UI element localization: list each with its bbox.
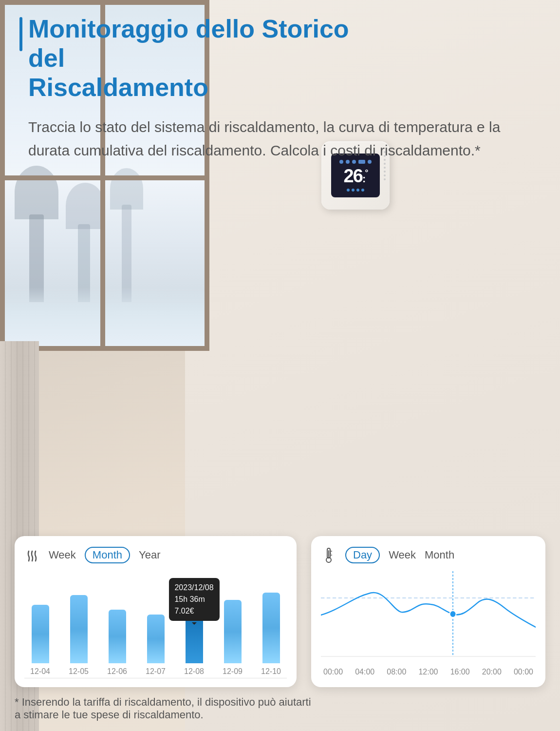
footer-note: * Inserendo la tariffa di riscaldamento,… [15,696,545,721]
bar-group-1210: 12-10 [255,593,287,663]
charts-section: Week Month Year 12-04 12-05 12-06 [15,536,545,687]
bar-label-1210: 12-10 [261,667,281,676]
bar-tab-week[interactable]: Week [49,549,76,561]
title-accent-bar [19,17,22,51]
bar-tooltip: 2023/12/08 15h 36m 7.02€ [168,578,219,621]
bar-label-1207: 12-07 [146,667,166,676]
x-label-1200: 12:00 [418,668,438,676]
bar-label-1209: 12-09 [223,667,243,676]
bar-label-1204: 12-04 [30,667,50,676]
bar-group-1207: 12-07 [140,615,171,663]
bar-chart-card: Week Month Year 12-04 12-05 12-06 [15,536,297,687]
bar-group-1208: 2023/12/08 15h 36m 7.02€ 12-08 [178,583,210,663]
bar-1205 [70,595,88,663]
thermostat-temp-display: 26:° [344,166,368,187]
footer-note-line2: a stimare le tue spese di riscaldamento. [15,709,545,721]
line-chart-tabs: Day Week Month [321,547,536,563]
svg-point-8 [450,611,456,617]
x-label-0400: 04:00 [355,668,374,676]
bar-tab-year[interactable]: Year [139,549,160,561]
bar-label-1205: 12-05 [69,667,89,676]
x-label-2000: 20:00 [482,668,502,676]
bar-1204 [32,605,49,663]
temperature-icon [321,547,336,563]
header-section: Monitoraggio dello Storico del Riscaldam… [19,15,541,162]
line-tab-month[interactable]: Month [425,549,454,561]
bar-group-1209: 12-09 [217,600,248,663]
footer-note-line1: * Inserendo la tariffa di riscaldamento,… [15,696,545,709]
svg-rect-2 [328,550,329,557]
bar-1209 [224,600,242,663]
title-text-block: Monitoraggio dello Storico del Riscaldam… [28,15,369,102]
bar-chart-tabs: Week Month Year [24,547,287,563]
main-title-line2: Riscaldamento [28,73,369,102]
tooltip-cost: 7.02€ [174,605,213,617]
bar-1206 [109,610,126,663]
bar-group-1206: 12-06 [101,610,133,663]
bar-group-1205: 12-05 [63,595,94,663]
x-label-0800: 08:00 [387,668,406,676]
line-tab-day[interactable]: Day [345,547,380,563]
x-label-0000: 00:00 [323,668,343,676]
x-label-2400: 00:00 [514,668,533,676]
bar-label-1208: 12-08 [184,667,204,676]
bar-1210 [262,593,280,663]
line-tab-week[interactable]: Week [389,549,416,561]
tooltip-duration: 15h 36m [174,594,213,605]
x-label-1600: 16:00 [450,668,470,676]
line-chart-area: 00:00 04:00 08:00 12:00 16:00 20:00 00:0… [321,571,536,678]
bar-1207 [147,615,165,663]
bar-chart-area: 12-04 12-05 12-06 12-07 2023/12/08 1 [24,571,287,678]
bar-group-1204: 12-04 [24,605,56,663]
bar-tab-month[interactable]: Month [85,547,130,563]
line-chart-svg [321,571,536,664]
subtitle-text: Traccia lo stato del sistema di riscalda… [28,115,541,162]
bar-label-1206: 12-06 [107,667,127,676]
heating-icon [24,547,40,563]
main-title-line1: Monitoraggio dello Storico del [28,15,369,73]
tooltip-date: 2023/12/08 [174,582,213,594]
x-axis-labels: 00:00 04:00 08:00 12:00 16:00 20:00 00:0… [321,668,536,676]
line-chart-card: Day Week Month 00:00 04:00 08:00 [311,536,545,687]
